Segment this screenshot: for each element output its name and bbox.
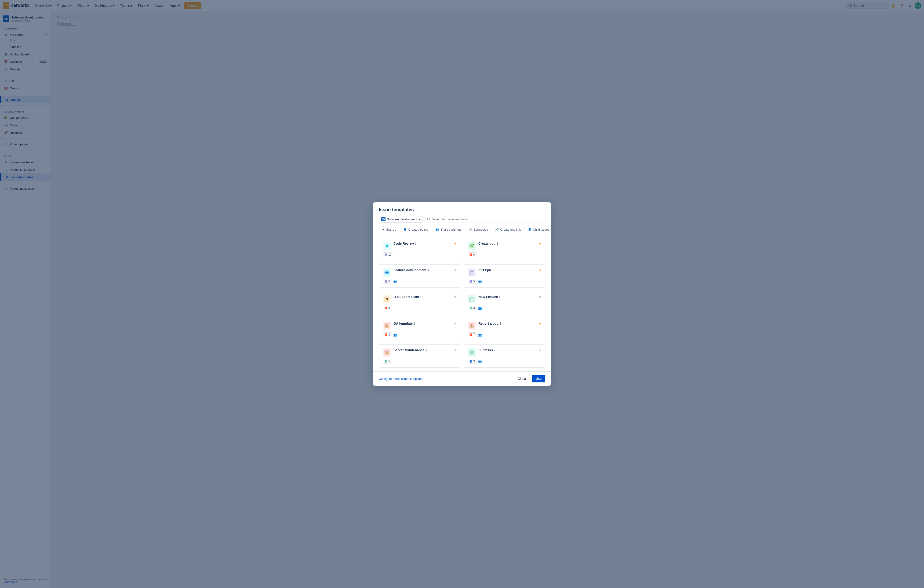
subtasks-star[interactable]: ★ [538,348,542,352]
tab-shared-with-me[interactable]: 👥 Shared with me [432,226,465,234]
template-grid: Code Review ℹ ★ 10 [379,238,545,368]
new-feature-info-icon[interactable]: ℹ [499,295,500,299]
iso-epic-person: 👥 [478,280,482,283]
svg-rect-24 [470,307,472,309]
qa-template-meta: 3 👥 [383,333,456,337]
qa-template-badge: 3 [383,333,392,337]
report-bug-person: 👥 [478,333,482,336]
report-bug-name: Report a bug [478,321,498,325]
iso-epic-info-icon[interactable]: ℹ [493,268,495,272]
issue-templates-modal: Issue templates SD Software development … [373,202,551,386]
modal-footer-actions: Close Use [514,375,545,382]
template-card-code-review[interactable]: Code Review ℹ ★ 10 [379,238,460,261]
new-feature-star[interactable]: ★ [538,295,542,299]
create-bug-star[interactable]: ★ [538,241,542,245]
feature-dev-star[interactable]: ★ [454,268,457,272]
tab-child-issues[interactable]: 👤 Child issues [525,226,551,234]
report-bug-star[interactable]: ★ [538,321,542,326]
modal-search-icon [427,217,430,221]
created-tab-icon: 👤 [403,228,407,231]
subtasks-info-icon[interactable]: ℹ [494,349,495,352]
feature-dev-icon: 👥 [383,268,391,277]
svg-rect-18 [470,280,472,283]
starred-tab-icon: ★ [382,228,385,231]
configure-templates-link[interactable]: Configure more issues templates [379,377,423,380]
tab-starred[interactable]: ★ Starred [379,226,399,234]
svg-text:🌿: 🌿 [470,244,474,248]
modal-title: Issue templates [379,207,545,212]
template-card-qa-template[interactable]: 🐛 QA template ℹ ★ 3 [379,318,460,341]
template-card-iso-epic[interactable]: 📋 ISO Epic ℹ ★ 5 [464,264,545,288]
report-bug-info-icon[interactable]: ℹ [500,322,501,325]
modal-search[interactable] [424,216,545,222]
iso-epic-meta: 5 👥 [468,279,541,284]
create-bug-icon: 🌿 [468,242,476,250]
create-bug-badge: 6 [468,252,477,257]
svg-point-8 [386,245,388,246]
modal-search-input[interactable] [432,217,543,221]
svg-text:⚙: ⚙ [386,298,388,301]
it-support-meta: 3 [383,306,456,310]
subtasks-meta: 3 👥 [468,359,541,364]
template-card-new-feature[interactable]: 📄 New Feature ℹ ★ 3 [464,291,545,315]
qa-template-info-icon[interactable]: ℹ [414,322,415,325]
it-support-name: IT Support Team [393,295,419,299]
it-support-icon: ⚙ [383,295,391,303]
scheduled-tab-icon: 🕐 [469,228,472,231]
it-support-badge: 3 [383,306,392,310]
modal-tabs: ★ Starred 👤 Created by me 👥 Shared with … [379,226,545,234]
svg-text:🐛: 🐛 [385,324,389,328]
it-support-info-icon[interactable]: ℹ [420,295,422,299]
qa-template-star[interactable]: ★ [454,321,457,326]
server-maintenance-star[interactable]: ★ [454,348,457,352]
feature-dev-person: 👥 [393,280,397,283]
iso-epic-name: ISO Epic [478,268,492,272]
modal-project-label: Software development [387,217,417,221]
create-bug-info-icon[interactable]: ℹ [497,242,498,245]
modal-footer: Configure more issues templates Close Us… [373,371,551,386]
modal-body: Code Review ℹ ★ 10 [373,234,551,371]
feature-dev-info-icon[interactable]: ℹ [428,268,429,272]
use-button[interactable]: Use [532,375,545,382]
template-card-feature-dev[interactable]: 👥 Feature development ℹ ★ [379,264,460,288]
close-button[interactable]: Close [514,375,530,382]
template-card-subtasks[interactable]: ≡ Subtasks ℹ ★ 3 [464,344,545,368]
tab-scheduled[interactable]: 🕐 Scheduled [465,226,491,234]
it-support-star[interactable]: ★ [454,295,457,299]
shared-tab-icon: 👥 [436,228,439,231]
server-maintenance-icon: 🔒 [383,348,391,357]
tab-create-and-link[interactable]: 🔗 Create and link [492,226,524,234]
modal-overlay[interactable]: Issue templates SD Software development … [0,0,924,588]
new-feature-badge: 3 [468,306,477,310]
code-review-name: Code Review [393,242,414,245]
create-link-tab-icon: 🔗 [495,228,499,231]
code-review-info-icon[interactable]: ℹ [415,242,416,245]
template-card-report-bug[interactable]: 🐛 Report a bug ℹ ★ 7 [464,318,545,341]
feature-dev-name: Feature development [393,268,426,272]
template-card-it-support[interactable]: ⚙ IT Support Team ℹ ★ 3 [379,291,460,315]
qa-template-person: 👥 [393,333,397,336]
code-review-icon [383,242,391,250]
subtasks-badge: 3 [468,359,477,364]
svg-rect-21 [385,307,387,309]
iso-epic-icon: 📋 [468,268,476,277]
new-feature-person: 👥 [478,306,482,310]
new-feature-name: New Feature [478,295,498,299]
server-maintenance-info-icon[interactable]: ℹ [426,349,427,352]
subtasks-name: Subtasks [478,348,493,352]
qa-template-name: QA template [393,321,412,325]
svg-rect-30 [470,334,472,336]
qa-template-icon: 🐛 [383,321,391,330]
child-tab-icon: 👤 [528,228,531,231]
code-review-star[interactable]: ★ [454,241,457,245]
tab-created-by-me[interactable]: 👤 Created by me [400,226,432,234]
svg-text:≡: ≡ [471,350,473,354]
create-bug-name: Create bug [478,242,495,245]
feature-dev-badge: 6 [383,279,392,284]
svg-text:📋: 📋 [470,271,474,275]
template-card-server-maintenance[interactable]: 🔒 Server Maintenance ℹ ★ 5 [379,344,460,368]
iso-epic-star[interactable]: ★ [538,268,542,272]
modal-project-select[interactable]: SD Software development ▾ [379,216,423,223]
template-card-create-bug[interactable]: 🌿 Create bug ℹ ★ 6 [464,238,545,261]
svg-text:📄: 📄 [470,297,474,301]
